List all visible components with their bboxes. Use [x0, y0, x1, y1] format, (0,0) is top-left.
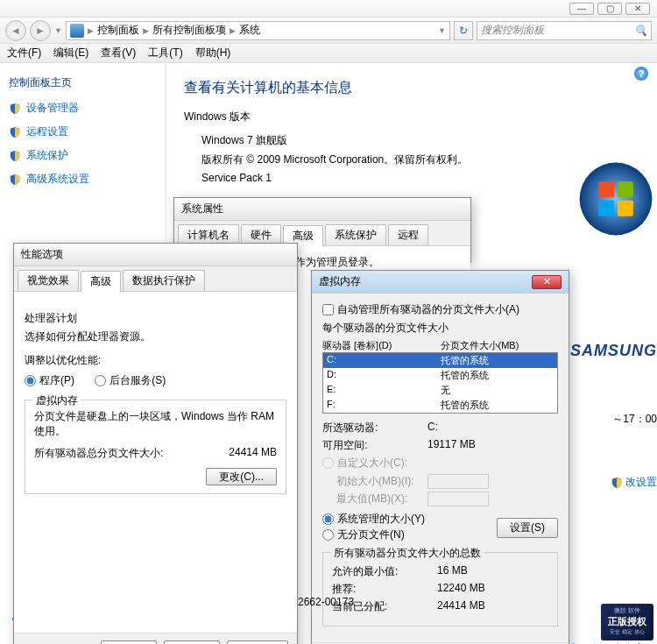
- menu-view[interactable]: 查看(V): [101, 46, 136, 60]
- time-fragment: ～17：00: [612, 412, 657, 427]
- shield-icon: [9, 173, 21, 186]
- vm-desc: 分页文件是硬盘上的一块区域，Windows 当作 RAM 使用。: [34, 409, 277, 439]
- sidebar-item-label: 远程设置: [26, 124, 68, 139]
- menu-bar: 文件(F) 编辑(E) 查看(V) 工具(T) 帮助(H): [0, 44, 657, 63]
- radio-no-paging[interactable]: 无分页文件(N): [322, 527, 405, 542]
- vm-total-label: 所有驱动器总分页文件大小:: [34, 446, 163, 461]
- copyright-text: 版权所有 © 2009 Microsoft Corporation。保留所有权利…: [201, 151, 639, 170]
- crumb-level-1[interactable]: 控制面板: [97, 23, 139, 38]
- menu-help[interactable]: 帮助(H): [195, 46, 231, 60]
- genuine-badge: 微软 软件 正版授权 安全 稳定 放心: [601, 604, 653, 640]
- svg-rect-1: [598, 181, 614, 197]
- sidebar-item-protection[interactable]: 系统保护: [9, 148, 157, 163]
- free-space-label: 可用空间:: [322, 438, 427, 453]
- drive-row[interactable]: C:托管的系统: [323, 353, 557, 368]
- nav-bar: ◄ ► ▼ ▶ 控制面板 ▶ 所有控制面板项 ▶ 系统 ▼ ↻ 搜索控制面板 🔍: [0, 18, 657, 44]
- vm-total-value: 24414 MB: [229, 446, 277, 461]
- col-drive: 驱动器 [卷标](D): [322, 339, 441, 352]
- drive-row[interactable]: E:无: [323, 383, 557, 398]
- radio-programs[interactable]: 程序(P): [25, 373, 74, 388]
- menu-file[interactable]: 文件(F): [7, 46, 41, 60]
- change-settings-link[interactable]: 改设置: [611, 475, 657, 490]
- page-title: 查看有关计算机的基本信息: [184, 79, 639, 97]
- processor-scheduling-title: 处理器计划: [25, 311, 286, 326]
- sidebar-item-remote[interactable]: 远程设置: [9, 124, 157, 139]
- forward-button[interactable]: ►: [30, 20, 51, 41]
- radio-background[interactable]: 后台服务(S): [95, 373, 166, 388]
- windows-version-label: Windows 版本: [184, 110, 639, 124]
- chevron-right-icon: ▶: [86, 26, 95, 35]
- crumb-level-2[interactable]: 所有控制面板项: [152, 23, 226, 38]
- windows-logo-icon: [576, 159, 655, 238]
- free-space-value: 19117 MB: [427, 438, 476, 453]
- perfopts-tabs: 视觉效果 高级 数据执行保护: [14, 266, 297, 292]
- crumb-level-3[interactable]: 系统: [239, 23, 260, 38]
- radio-system-managed[interactable]: 系统管理的大小(Y): [322, 512, 425, 527]
- svg-rect-4: [618, 201, 633, 216]
- cancel-button[interactable]: 取消: [164, 640, 220, 644]
- drive-row[interactable]: G:无: [323, 413, 557, 414]
- sidebar-item-label: 高级系统设置: [26, 172, 89, 187]
- tab-remote[interactable]: 远程: [388, 224, 428, 245]
- max-size-input: [427, 492, 489, 506]
- product-id-fragment: 2662-00173: [298, 596, 354, 608]
- min-label: 允许的最小值:: [332, 564, 437, 579]
- help-icon[interactable]: ?: [634, 67, 648, 81]
- auto-manage-checkbox[interactable]: 自动管理所有驱动器的分页文件大小(A): [322, 302, 558, 317]
- chevron-right-icon: ▶: [228, 26, 237, 35]
- initial-size-label: 初始大小(MB)(I):: [322, 474, 427, 489]
- ok-button[interactable]: 确定: [101, 640, 157, 644]
- search-placeholder: 搜索控制面板: [481, 23, 544, 38]
- close-icon[interactable]: ✕: [532, 275, 562, 289]
- min-value: 16 MB: [437, 564, 468, 579]
- breadcrumb[interactable]: ▶ 控制面板 ▶ 所有控制面板项 ▶ 系统 ▼: [66, 21, 450, 40]
- edition-text: Windows 7 旗舰版: [201, 131, 639, 151]
- initial-size-input: [427, 474, 489, 489]
- selected-drive-label: 所选驱动器:: [322, 421, 427, 435]
- virtual-memory-dialog: 虚拟内存 ✕ 自动管理所有驱动器的分页文件大小(A) 每个驱动器的分页文件大小 …: [311, 270, 569, 644]
- cur-value: 24414 MB: [437, 599, 485, 614]
- drive-row[interactable]: F:托管的系统: [323, 398, 557, 413]
- sidebar-item-advanced[interactable]: 高级系统设置: [9, 172, 157, 187]
- search-input[interactable]: 搜索控制面板 🔍: [477, 21, 652, 40]
- drive-list[interactable]: C:托管的系统D:托管的系统E:无F:托管的系统G:无: [322, 352, 558, 414]
- tab-protection[interactable]: 系统保护: [325, 224, 386, 245]
- svg-point-0: [580, 163, 653, 236]
- apply-button[interactable]: 应用(A): [227, 640, 288, 644]
- shield-icon: [9, 126, 21, 138]
- totals-title: 所有驱动器分页文件大小的总数: [330, 546, 484, 561]
- col-size: 分页文件大小(MB): [441, 339, 519, 352]
- set-button[interactable]: 设置(S): [497, 518, 558, 538]
- service-pack-text: Service Pack 1: [201, 169, 639, 188]
- control-panel-icon: [70, 24, 84, 38]
- close-button[interactable]: ✕: [625, 3, 650, 15]
- dialog-title[interactable]: 虚拟内存 ✕: [312, 271, 569, 294]
- selected-drive-value: C:: [427, 421, 438, 435]
- max-size-label: 最大值(MB)(X):: [322, 492, 427, 506]
- tab-visual-effects[interactable]: 视觉效果: [18, 270, 79, 291]
- radio-custom-size[interactable]: 自定义大小(C):: [322, 456, 407, 471]
- sidebar-item-device-manager[interactable]: 设备管理器: [9, 101, 157, 116]
- drive-row[interactable]: D:托管的系统: [323, 368, 557, 383]
- change-button[interactable]: 更改(C)...: [206, 468, 277, 485]
- history-dropdown-icon[interactable]: ▼: [54, 26, 62, 35]
- search-icon: 🔍: [634, 25, 647, 37]
- admin-note: 作为管理员登录。: [295, 255, 379, 270]
- maximize-button[interactable]: ▢: [597, 3, 622, 15]
- crumb-dropdown-icon[interactable]: ▼: [438, 26, 446, 35]
- back-button[interactable]: ◄: [5, 20, 26, 41]
- oem-logo: SAMSUNG: [570, 342, 657, 360]
- svg-rect-2: [618, 181, 633, 197]
- sidebar-title: 控制面板主页: [9, 75, 157, 90]
- dialog-title: 系统属性: [174, 198, 470, 221]
- shield-icon: [611, 477, 623, 489]
- tab-dep[interactable]: 数据执行保护: [123, 270, 205, 291]
- rec-label: 推荐:: [332, 582, 437, 597]
- tab-advanced[interactable]: 高级: [81, 271, 121, 292]
- menu-tools[interactable]: 工具(T): [148, 46, 182, 60]
- menu-edit[interactable]: 编辑(E): [53, 46, 88, 60]
- refresh-button[interactable]: ↻: [454, 21, 473, 40]
- window-titlebar: — ▢ ✕: [0, 0, 657, 18]
- minimize-button[interactable]: —: [569, 3, 594, 15]
- each-drive-label: 每个驱动器的分页文件大小: [322, 321, 558, 336]
